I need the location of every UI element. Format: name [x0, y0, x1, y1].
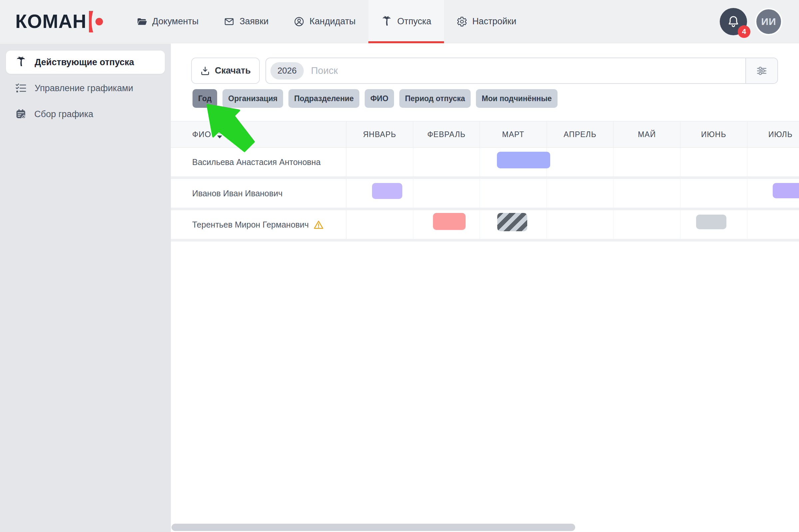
timeline-cell [614, 148, 680, 176]
sidebar-item-label: Сбор графика [34, 109, 93, 119]
month-header: ИЮНЬ [680, 121, 747, 147]
vacation-table: ФИО ЯНВАРЬФЕВРАЛЬМАРТАПРЕЛЬМАЙИЮНЬИЮЛЬ В… [171, 121, 799, 242]
horizontal-scrollbar-thumb[interactable] [171, 524, 575, 531]
top-navigation: КОМАН ДокументыЗаявкиКандидатыОтпускаНас… [0, 0, 799, 43]
sidebar: Действующие отпускаУправление графикамиС… [0, 43, 171, 532]
vacation-bar[interactable] [497, 152, 550, 168]
nav-item-settings[interactable]: Настройки [444, 0, 529, 43]
bell-icon [726, 14, 741, 29]
download-button-label: Скачать [215, 65, 251, 76]
filter-chip[interactable]: Мои подчинённые [476, 89, 557, 108]
timeline-cell [413, 148, 480, 176]
nav-items: ДокументыЗаявкиКандидатыОтпускаНастройки [124, 0, 529, 43]
timeline-cell [547, 210, 614, 239]
download-icon [200, 66, 210, 76]
nav-item-documents[interactable]: Документы [124, 0, 211, 43]
sliders-icon [756, 65, 768, 77]
nav-item-vacations[interactable]: Отпуска [368, 0, 444, 43]
sidebar-item-schedule-collection[interactable]: Сбор графика [6, 102, 165, 126]
nav-right: 4 ИИ [720, 8, 782, 35]
timeline [346, 148, 799, 176]
employee-name: Иванов Иван Иванович [192, 189, 283, 198]
month-header: ФЕВРАЛЬ [413, 121, 480, 147]
timeline-cell [547, 148, 614, 176]
nav-item-label: Документы [152, 16, 199, 26]
palm-icon [381, 16, 392, 27]
month-header: АПРЕЛЬ [547, 121, 614, 147]
search-bar: 2026 [266, 58, 778, 84]
timeline-cell [680, 148, 747, 176]
timeline-cell [614, 179, 680, 208]
vacation-bar[interactable] [696, 214, 726, 229]
sidebar-item-label: Управление графиками [35, 83, 133, 94]
month-header: ЯНВАРЬ [346, 121, 413, 147]
month-header: МАЙ [614, 121, 680, 147]
filter-chip[interactable]: Год [193, 89, 217, 108]
month-header: ИЮЛЬ [747, 121, 799, 147]
timeline [346, 210, 799, 239]
palm-icon [15, 57, 26, 68]
nav-item-candidates[interactable]: Кандидаты [281, 0, 368, 43]
timeline-cell [346, 148, 413, 176]
timeline-cell [547, 179, 614, 208]
name-header-label: ФИО [192, 130, 211, 139]
employee-name-cell: Васильева Анастасия Антоновна [171, 148, 346, 176]
timeline-cell [747, 148, 799, 176]
sidebar-item-label: Действующие отпуска [35, 57, 134, 68]
year-filter-tag[interactable]: 2026 [270, 62, 304, 79]
vacation-bar[interactable] [497, 213, 527, 231]
timeline-cell [680, 179, 747, 208]
toolbar: Скачать 2026 [191, 58, 778, 84]
notifications-button[interactable]: 4 [720, 8, 747, 35]
timeline-cell [480, 179, 547, 208]
employee-name-cell: Иванов Иван Иванович [171, 179, 346, 208]
gear-icon [457, 16, 467, 27]
download-button[interactable]: Скачать [191, 58, 260, 84]
month-header: МАРТ [480, 121, 547, 147]
table-row[interactable]: Терентьев Мирон Германович [171, 210, 799, 242]
user-avatar[interactable]: ИИ [755, 8, 782, 35]
filter-settings-button[interactable] [745, 58, 777, 83]
sort-icon[interactable] [217, 130, 223, 139]
nav-item-label: Настройки [472, 16, 516, 26]
vacation-bar[interactable] [773, 183, 799, 198]
sidebar-item-active-vacations[interactable]: Действующие отпуска [6, 51, 165, 74]
table-header: ФИО ЯНВАРЬФЕВРАЛЬМАРТАПРЕЛЬМАЙИЮНЬИЮЛЬ [171, 121, 799, 148]
filter-chip[interactable]: Организация [222, 89, 283, 108]
filter-chip[interactable]: Период отпуска [399, 89, 471, 108]
name-column-header[interactable]: ФИО [171, 121, 346, 147]
vacation-bar[interactable] [372, 183, 402, 199]
employee-name: Васильева Анастасия Антоновна [192, 157, 321, 167]
timeline-cell [614, 210, 680, 239]
notification-count-badge: 4 [738, 25, 750, 38]
logo-mark-icon [89, 11, 104, 33]
nav-item-label: Кандидаты [309, 16, 356, 26]
sidebar-item-schedule-management[interactable]: Управление графиками [6, 77, 165, 100]
timeline-cell [413, 179, 480, 208]
employee-name: Терентьев Мирон Германович [192, 220, 309, 230]
employee-name-cell: Терентьев Мирон Германович [171, 210, 346, 239]
table-row[interactable]: Иванов Иван Иванович [171, 179, 799, 210]
timeline-cell [346, 210, 413, 239]
nav-item-requests[interactable]: Заявки [211, 0, 281, 43]
checklist-icon [15, 82, 26, 94]
timeline-cell [747, 210, 799, 239]
envelope-icon [224, 16, 235, 27]
nav-item-label: Заявки [239, 16, 269, 26]
warning-icon[interactable] [313, 220, 324, 230]
filter-chips: ГодОрганизацияПодразделениеФИОПериод отп… [193, 89, 558, 108]
vacation-bar[interactable] [433, 213, 466, 230]
table-body: Васильева Анастасия АнтоновнаИванов Иван… [171, 148, 799, 242]
filter-chip[interactable]: ФИО [365, 89, 394, 108]
table-row[interactable]: Васильева Анастасия Антоновна [171, 148, 799, 179]
app-logo[interactable]: КОМАН [15, 11, 104, 33]
main-content: Скачать 2026 ГодОрганизацияПодразделение… [171, 43, 799, 532]
person-icon [294, 16, 304, 27]
calendar-edit-icon [15, 109, 26, 120]
logo-text: КОМАН [15, 12, 87, 31]
nav-item-label: Отпуска [397, 16, 431, 26]
folder-icon [137, 16, 147, 27]
filter-chip[interactable]: Подразделение [288, 89, 359, 108]
search-input[interactable] [304, 65, 745, 76]
timeline [346, 179, 799, 208]
